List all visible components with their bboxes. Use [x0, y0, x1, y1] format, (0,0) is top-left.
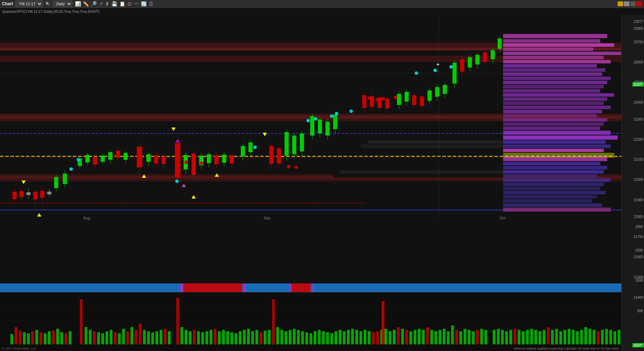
- svg-rect-45: [503, 170, 604, 174]
- volume-panel: [0, 292, 621, 351]
- zoom-in-icon[interactable]: 🔎: [91, 1, 97, 7]
- price-tick-22700: 22700: [634, 40, 643, 44]
- svg-rect-34: [503, 122, 604, 126]
- svg-rect-211: [19, 331, 22, 344]
- svg-point-176: [253, 146, 257, 149]
- svg-rect-112: [222, 155, 226, 163]
- svg-rect-128: [300, 133, 304, 151]
- restore-button[interactable]: [624, 1, 629, 6]
- svg-rect-240: [147, 331, 150, 344]
- svg-rect-54: [503, 208, 611, 212]
- svg-rect-130: [310, 116, 314, 135]
- svg-rect-287: [347, 330, 350, 344]
- svg-point-175: [175, 179, 179, 183]
- svg-rect-28: [503, 97, 607, 101]
- scrollbar-strip[interactable]: [0, 283, 621, 292]
- svg-rect-327: [514, 329, 516, 344]
- svg-rect-345: [588, 329, 591, 344]
- svg-rect-86: [108, 152, 112, 160]
- maximize-button[interactable]: [630, 1, 636, 6]
- svg-rect-246: [176, 298, 179, 344]
- svg-rect-348: [601, 330, 604, 344]
- svg-rect-40: [503, 149, 604, 152]
- svg-rect-324: [501, 330, 504, 344]
- svg-rect-154: [427, 90, 432, 101]
- svg-point-179: [330, 114, 333, 118]
- svg-rect-235: [126, 331, 129, 344]
- compare-icon[interactable]: ⚖: [127, 1, 132, 7]
- titlebar-right: [618, 1, 642, 6]
- svg-rect-307: [430, 330, 433, 344]
- svg-text:Oct: Oct: [500, 216, 506, 220]
- current-price-label: 22227: [632, 82, 644, 87]
- svg-rect-346: [593, 330, 595, 344]
- svg-rect-265: [255, 330, 258, 344]
- svg-rect-134: [325, 122, 330, 135]
- refresh-icon[interactable]: 🔄: [141, 1, 147, 7]
- svg-rect-90: [116, 151, 120, 158]
- svg-rect-15: [503, 43, 614, 47]
- svg-rect-220: [56, 329, 59, 344]
- svg-point-183: [433, 69, 437, 72]
- svg-rect-233: [118, 333, 121, 344]
- timeframe-selector[interactable]: Daily: [53, 1, 72, 7]
- titlebar-left: Chart YM 12-17 🔍 Daily 📊 ✏️ 🔎 ↗ ⬆ 💾 📋 ⚖ …: [2, 1, 153, 7]
- svg-rect-21: [503, 68, 605, 72]
- svg-rect-333: [539, 331, 541, 344]
- search-icon[interactable]: 🔍: [45, 2, 50, 6]
- svg-rect-29: [503, 102, 604, 105]
- svg-point-184: [449, 65, 453, 69]
- draw-icon[interactable]: 〰: [134, 1, 139, 7]
- svg-rect-136: [333, 115, 337, 129]
- arrow-icon[interactable]: ↗: [99, 1, 103, 7]
- svg-rect-212: [23, 332, 26, 344]
- svg-rect-57: [340, 170, 503, 174]
- list-icon[interactable]: ☰: [149, 1, 153, 7]
- minimize-button[interactable]: [618, 1, 623, 6]
- svg-rect-308: [434, 331, 437, 344]
- svg-rect-316: [468, 330, 471, 344]
- svg-text:Aug: Aug: [83, 216, 90, 220]
- svg-rect-64: [19, 191, 24, 197]
- svg-rect-277: [305, 332, 308, 344]
- svg-rect-49: [503, 187, 600, 190]
- svg-rect-293: [372, 332, 375, 344]
- svg-rect-94: [146, 154, 151, 162]
- svg-rect-74: [47, 192, 51, 194]
- price-tick-21800: 21800: [634, 215, 643, 219]
- svg-rect-352: [618, 330, 620, 344]
- chart-svg: Aug Sep Oct +: [0, 15, 621, 292]
- price-tick-22877: 22877: [634, 20, 643, 24]
- svg-rect-170: [491, 50, 495, 59]
- indicator-infobar: QuantumVPOC(YM 12-17 (Daily),80,50,True,…: [0, 8, 644, 15]
- svg-point-186: [184, 160, 188, 164]
- svg-rect-14: [503, 39, 600, 43]
- svg-rect-52: [503, 199, 592, 203]
- svg-rect-152: [420, 96, 424, 106]
- svg-rect-114: [230, 155, 234, 164]
- svg-rect-227: [93, 331, 96, 344]
- cursor-icon[interactable]: ⬆: [105, 1, 109, 7]
- svg-rect-218: [48, 331, 51, 344]
- svg-rect-41: [503, 153, 614, 158]
- chart-main[interactable]: Aug Sep Oct +: [0, 15, 621, 351]
- svg-rect-280: [318, 330, 321, 344]
- template-icon[interactable]: 📋: [119, 1, 125, 7]
- svg-rect-275: [297, 330, 300, 344]
- svg-rect-290: [359, 331, 362, 344]
- bar-chart-icon[interactable]: 📊: [75, 1, 81, 7]
- svg-point-188: [368, 96, 371, 100]
- svg-rect-319: [480, 329, 483, 344]
- pencil-icon[interactable]: ✏️: [83, 1, 89, 7]
- svg-point-191: [394, 96, 397, 99]
- close-button[interactable]: [636, 1, 642, 6]
- svg-rect-349: [605, 329, 608, 344]
- save-icon[interactable]: 💾: [111, 1, 117, 7]
- svg-rect-285: [339, 330, 341, 344]
- svg-point-187: [200, 161, 203, 165]
- svg-rect-273: [289, 330, 291, 344]
- svg-rect-51: [503, 195, 597, 199]
- svg-rect-237: [135, 330, 137, 344]
- svg-rect-288: [351, 329, 354, 344]
- symbol-selector[interactable]: YM 12-17: [16, 1, 43, 7]
